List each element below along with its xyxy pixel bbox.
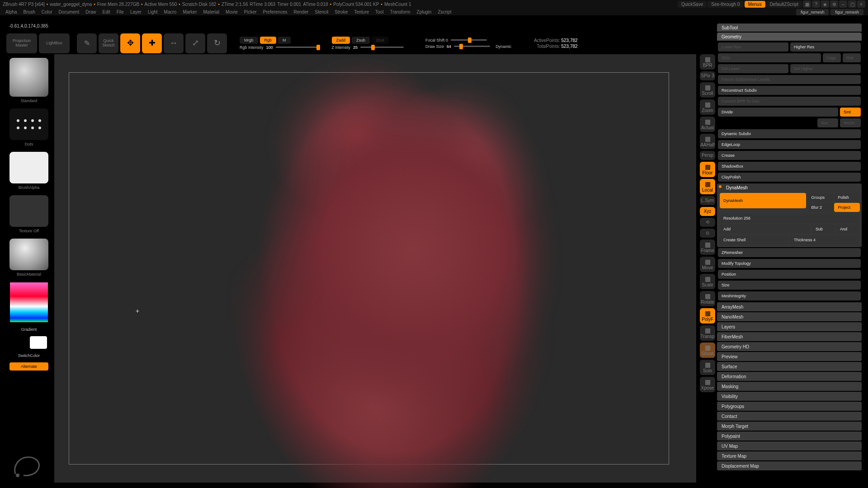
section-visibility[interactable]: Visibility [717, 392, 862, 401]
menu-material[interactable]: Material [201, 9, 222, 14]
dynamesh-button[interactable]: DynaMesh [720, 193, 806, 208]
rgb-intensity-slider[interactable] [276, 45, 319, 50]
menu-document[interactable]: Document [56, 9, 82, 14]
draw-size-slider[interactable] [454, 44, 490, 49]
menu-color[interactable]: Color [39, 9, 55, 14]
dynamic-label[interactable]: Dynamic [495, 44, 511, 49]
z-intensity-slider[interactable] [360, 45, 404, 50]
tool-tab-1[interactable]: figur_remesh [796, 9, 829, 15]
menu-draw[interactable]: Draw [83, 9, 99, 14]
mesh-integrity-button[interactable]: MeshIntegrity [718, 291, 861, 300]
close-icon[interactable]: × [857, 0, 865, 8]
menu-movie[interactable]: Movie [223, 9, 241, 14]
add-button[interactable]: Add [720, 225, 810, 234]
menu-file[interactable]: File [114, 9, 127, 14]
menu-texture[interactable]: Texture [351, 9, 372, 14]
rotate-button[interactable]: ↻ [207, 33, 227, 53]
sdiv-slider[interactable]: SDiv [718, 53, 821, 62]
rail-rotate[interactable]: ▦Rotate [700, 291, 715, 306]
alternate-button[interactable]: Alternate [9, 362, 48, 371]
zremesher-button[interactable]: ZRemesher [718, 248, 861, 257]
menu-transform[interactable]: Transform [387, 9, 413, 14]
projection-master-button[interactable]: Projection Master [6, 33, 37, 53]
rail-xyz[interactable]: Xyz [700, 207, 715, 216]
del-higher-button[interactable]: Del Higher [790, 64, 861, 73]
rail-floor[interactable]: ▦Floor [700, 162, 715, 177]
rail-transp[interactable]: ▦Transp [700, 325, 715, 341]
see-through-button[interactable]: See-through 0 [708, 1, 743, 8]
rail-zoom[interactable]: ▦Zoom [700, 99, 715, 115]
rail-actual[interactable]: ▦Actual [700, 117, 715, 132]
menu-zscript[interactable]: Zscript [435, 9, 454, 14]
rgb-chip[interactable]: Rgb [260, 37, 277, 44]
zsub-chip[interactable]: Zsub [352, 37, 370, 44]
stroke-thumb[interactable]: Dots [9, 108, 48, 140]
rail-aahalf[interactable]: ▦AAHalf [700, 134, 715, 149]
freeze-subdiv-button[interactable]: Freeze SubDivision Levels [718, 75, 861, 84]
smt-button[interactable]: Smt [840, 108, 861, 117]
section-fibermesh[interactable]: FiberMesh [717, 332, 862, 341]
menu-light[interactable]: Light [145, 9, 160, 14]
mrgb-chip[interactable]: Mrgb [240, 37, 258, 44]
swatch-white[interactable] [30, 336, 47, 349]
menu-edit[interactable]: Edit [100, 9, 113, 14]
section-nanomesh[interactable]: NanoMesh [717, 312, 862, 321]
project-button[interactable]: Project [834, 203, 860, 212]
menu-render[interactable]: Render [291, 9, 311, 14]
section-contact[interactable]: Contact [717, 412, 862, 421]
thickness-slider[interactable]: Thickness 4 [790, 235, 859, 244]
menu-tool[interactable]: Tool [373, 9, 386, 14]
scale-button[interactable]: ⤢ [185, 33, 205, 53]
edgeloop-button[interactable]: EdgeLoop [718, 140, 861, 149]
m-chip[interactable]: M [278, 37, 291, 44]
section-deformation[interactable]: Deformation [717, 372, 862, 381]
section-preview[interactable]: Preview [717, 352, 862, 361]
rail-polyf[interactable]: ▦PolyF [700, 308, 715, 324]
default-zscript-button[interactable]: DefaultZScript [766, 1, 802, 8]
rail-solo[interactable]: ▦Solo [700, 360, 715, 375]
move-button[interactable]: ↔ [164, 33, 184, 53]
rail-bpr[interactable]: ▦BPR [700, 54, 715, 70]
tool-tab-2[interactable]: figur_remesh [830, 9, 863, 15]
higher-res-button[interactable]: Higher Res [790, 42, 861, 52]
menu-brush[interactable]: Brush [21, 9, 38, 14]
crease-button[interactable]: Crease [718, 151, 861, 160]
rail-move[interactable]: ▦Move [700, 257, 715, 272]
texture-thumb[interactable]: Texture Off [9, 195, 48, 227]
reconstruct-subdiv-button[interactable]: Reconstruct Subdiv [718, 86, 861, 95]
rail-spix-3[interactable]: SPix 3 [700, 71, 715, 80]
color-icon[interactable]: ◈ [821, 0, 829, 8]
menu-macro[interactable]: Macro [161, 9, 179, 14]
quick-sketch-label[interactable]: Quick Sketch [99, 33, 118, 53]
rail-xpose[interactable]: ▦Xpose [700, 377, 715, 392]
canvas[interactable]: + [54, 54, 696, 483]
resolution-slider[interactable]: Resolution 256 [720, 214, 859, 223]
menu-zplugin[interactable]: Zplugin [414, 9, 434, 14]
size-button[interactable]: Size [718, 281, 861, 290]
dynamic-subdiv-button[interactable]: Dynamic Subdiv [718, 129, 861, 138]
edit-button[interactable]: ✥ [120, 33, 140, 53]
zcut-chip[interactable]: Zcut [372, 37, 389, 44]
del-lower-button[interactable]: Del Lower [718, 64, 788, 73]
menu-marker[interactable]: Marker [180, 9, 199, 14]
section-masking[interactable]: Masking [717, 382, 862, 391]
lower-res-button[interactable]: Lower Res [718, 42, 788, 52]
menu-alpha[interactable]: Alpha [3, 9, 20, 14]
menus-button[interactable]: Menus [745, 1, 765, 8]
create-shell-button[interactable]: Create Shell [720, 235, 788, 244]
section-arraymesh[interactable]: ArrayMesh [717, 302, 862, 311]
section-morph-target[interactable]: Morph Target [717, 422, 862, 431]
claypolish-button[interactable]: ClayPolish [718, 173, 861, 182]
zadd-chip[interactable]: Zadd [332, 37, 350, 44]
cage-button[interactable]: Cage [823, 53, 841, 62]
rail-l-sym[interactable]: L.Sym [700, 196, 715, 205]
prefs-icon[interactable]: ⚙ [830, 0, 838, 8]
section-displacement-map[interactable]: Displacement Map [717, 461, 862, 470]
menu-stencil[interactable]: Stencil [312, 9, 331, 14]
sub-button[interactable]: Sub [812, 225, 835, 234]
rail-local[interactable]: ▦Local [700, 179, 715, 194]
section-polypaint[interactable]: Polypaint [717, 432, 862, 441]
quick-sketch-icon[interactable]: ✎ [77, 33, 97, 53]
section-surface[interactable]: Surface [717, 362, 862, 371]
blur-slider[interactable]: Blur 2 [808, 203, 834, 212]
